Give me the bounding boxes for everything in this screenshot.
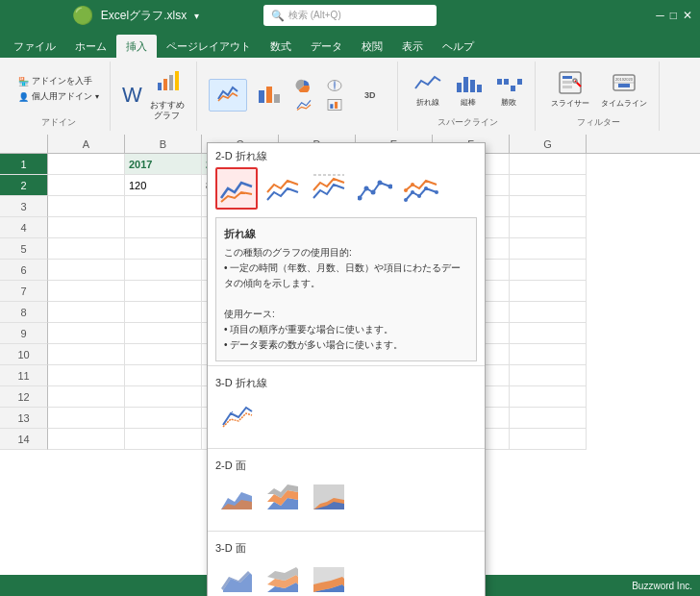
- 3d-area-100-stacked-btn[interactable]: [308, 559, 350, 596]
- 2d-line-section: 2-D 折れ線: [208, 143, 485, 217]
- row-header-5: 5: [0, 238, 48, 260]
- tab-home[interactable]: ホーム: [65, 35, 116, 58]
- 3d-line-btn[interactable]: [215, 394, 258, 436]
- 3d-chart-btn[interactable]: 3D: [351, 88, 389, 102]
- cell-a2[interactable]: [48, 175, 125, 196]
- addin-group-label: アドイン: [41, 116, 76, 131]
- popup-divider-2: [208, 448, 485, 449]
- tab-formula[interactable]: 数式: [261, 35, 301, 58]
- chart-tooltip: 折れ線 この種類のグラフの使用目的: • 一定の時間（年数、月数、日数）や項目に…: [215, 217, 477, 361]
- tab-insert[interactable]: 挿入: [116, 35, 157, 58]
- minimize-btn[interactable]: ─: [656, 9, 664, 22]
- line-basic-btn[interactable]: [215, 167, 258, 210]
- tooltip-bullet1: • 一定の時間（年数、月数、日数）や項目にわたるデータの傾向を示します。: [224, 261, 468, 291]
- addin-dropdown-icon: ▾: [95, 92, 99, 101]
- line-100-stacked-btn[interactable]: [308, 167, 350, 210]
- tab-review[interactable]: 校閲: [352, 35, 392, 58]
- map-chart-btn[interactable]: [320, 77, 349, 94]
- row-header-14: 14: [0, 429, 48, 450]
- recommended-charts-icon: [156, 69, 179, 98]
- svg-rect-20: [562, 76, 572, 79]
- area-basic-btn[interactable]: [215, 477, 258, 519]
- 3d-area-stacked-btn[interactable]: [262, 559, 304, 596]
- get-addin-label: アドインを入手: [32, 75, 92, 87]
- pie-chart-btn[interactable]: [289, 77, 318, 94]
- row-header-13: 13: [0, 408, 48, 429]
- svg-rect-1: [163, 79, 167, 90]
- maximize-btn[interactable]: □: [670, 9, 677, 22]
- slicer-btn[interactable]: スライサー: [547, 67, 593, 111]
- area-stacked-btn[interactable]: [262, 477, 304, 519]
- tab-view[interactable]: 表示: [392, 35, 433, 58]
- recommended-charts-btn[interactable]: おすすめグラフ: [146, 67, 188, 123]
- chart-type-dropdown: 2-D 折れ線: [207, 142, 486, 596]
- 2d-area-section: 2-D 面: [208, 453, 485, 527]
- line-stacked-btn[interactable]: [262, 167, 304, 210]
- personal-addin-btn[interactable]: 👤 個人用アドイン ▾: [15, 89, 102, 104]
- ribbon-content: 🏪 アドインを入手 👤 個人用アドイン ▾ アドイン W: [0, 58, 700, 135]
- cell-g3[interactable]: [510, 196, 587, 217]
- svg-rect-12: [463, 77, 468, 92]
- svg-rect-15: [497, 79, 502, 85]
- sparkline-bar-btn[interactable]: 縦棒: [450, 69, 487, 110]
- pivot-chart-btn[interactable]: [320, 96, 349, 113]
- tab-data[interactable]: データ: [301, 35, 352, 58]
- cell-a1[interactable]: [48, 154, 125, 175]
- line-chart-btn[interactable]: [209, 79, 247, 112]
- get-addin-btn[interactable]: 🏪 アドインを入手: [15, 74, 102, 88]
- search-bar[interactable]: 🔍 検索 (Alt+Q): [263, 5, 437, 26]
- sparkline-line-btn[interactable]: 折れ線: [410, 69, 446, 110]
- sparkline-group: 折れ線 縦棒: [402, 62, 536, 131]
- timeline-btn[interactable]: 2019 2020 タイムライン: [597, 67, 651, 111]
- 3d-area-basic-btn[interactable]: [215, 559, 258, 596]
- row-header-9: 9: [0, 323, 48, 344]
- filter-group: スライサー 2019 2020 タイムライン フィルター: [539, 62, 660, 131]
- close-btn[interactable]: ✕: [683, 9, 692, 22]
- 3d-line-section: 3-D 折れ線: [208, 370, 485, 444]
- col-header-a: A: [48, 135, 125, 153]
- svg-point-40: [404, 188, 408, 192]
- tab-file[interactable]: ファイル: [4, 35, 65, 58]
- line-stacked-markers-btn[interactable]: [400, 167, 442, 210]
- popup-divider-1: [208, 365, 485, 366]
- tab-help[interactable]: ヘルプ: [433, 35, 484, 58]
- cell-g2[interactable]: [510, 175, 587, 196]
- cell-b1[interactable]: 2017: [125, 154, 202, 175]
- row-header-11: 11: [0, 365, 48, 386]
- ribbon-tabs: ファイル ホーム 挿入 ページレイアウト 数式 データ 校閲 表示 ヘルプ: [0, 31, 700, 58]
- cell-b2[interactable]: 120: [125, 175, 202, 196]
- 2d-line-title: 2-D 折れ線: [215, 149, 477, 163]
- word-addin-icon: W: [122, 83, 142, 108]
- 2d-line-options: [215, 167, 477, 210]
- tab-page-layout[interactable]: ページレイアウト: [157, 35, 261, 58]
- cell-b3[interactable]: [125, 196, 202, 217]
- cell-a3[interactable]: [48, 196, 125, 217]
- 3d-area-section: 3-D 面: [208, 535, 485, 596]
- sparkline-group-label: スパークライン: [438, 116, 498, 131]
- area-100-stacked-btn[interactable]: [308, 477, 350, 519]
- title-bar: 🟢 Excelグラフ.xlsx ▾ 🔍 検索 (Alt+Q) ─ □ ✕: [0, 0, 700, 31]
- row-header-8: 8: [0, 302, 48, 323]
- col-header-b: B: [125, 135, 202, 153]
- svg-rect-22: [562, 86, 572, 88]
- tooltip-usage-title: 使用ケース:: [224, 307, 468, 322]
- line-markers-btn[interactable]: [354, 167, 396, 210]
- svg-rect-10: [335, 102, 338, 109]
- sparkline-winloss-btn[interactable]: 勝敗: [490, 69, 527, 110]
- row-header-12: 12: [0, 386, 48, 408]
- svg-point-33: [378, 181, 383, 186]
- 3d-area-title: 3-D 面: [215, 541, 477, 556]
- svg-rect-21: [562, 81, 572, 84]
- bar-chart-btn[interactable]: [249, 81, 288, 110]
- scatter-chart-btn[interactable]: [289, 96, 318, 113]
- 3d-line-title: 3-D 折れ線: [215, 376, 477, 390]
- row-header-4: 4: [0, 217, 48, 238]
- personal-addin-icon: 👤: [18, 92, 29, 102]
- row-header-6: 6: [0, 260, 48, 281]
- svg-point-37: [417, 194, 421, 198]
- svg-rect-6: [274, 94, 280, 103]
- dropdown-arrow[interactable]: ▾: [194, 11, 199, 21]
- filter-group-label: フィルター: [577, 116, 620, 131]
- bar-chart-icon: [257, 83, 280, 108]
- cell-g1[interactable]: [510, 154, 587, 175]
